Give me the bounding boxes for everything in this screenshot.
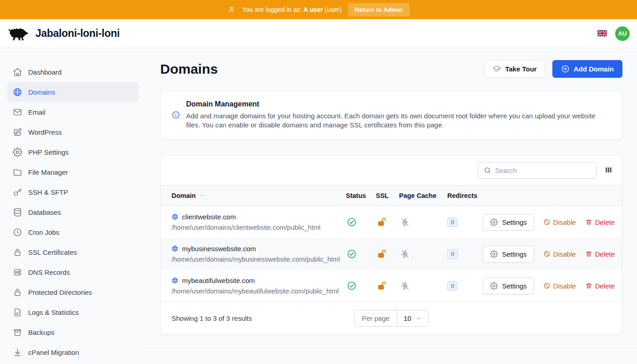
domain-path: /home/user/domains/mybusinesswebsite.com… [172, 256, 346, 263]
sidebar-nav: Dashboard Domains Email WordPress PHP Se… [0, 48, 146, 364]
trash-icon [585, 282, 592, 289]
user-avatar[interactable]: AU [615, 26, 630, 41]
domain-path: /home/user/domains/mybeautifulwebsite.co… [172, 288, 346, 295]
sidebar-item-label: SSL Certificates [28, 248, 77, 256]
redirects-count-badge[interactable]: 0 [447, 249, 458, 259]
database-icon [13, 207, 22, 217]
table-toolbar [161, 156, 622, 185]
globe-icon [172, 213, 178, 220]
sidebar-item-cron-jobs[interactable]: Cron Jobs [7, 222, 138, 242]
sidebar-item-php-settings[interactable]: PHP Settings [7, 142, 138, 162]
search-icon [484, 167, 491, 174]
per-page-label: Per page [354, 310, 397, 326]
sidebar-item-wordpress[interactable]: WordPress [7, 122, 138, 142]
sidebar-item-label: cPanel Migration [28, 349, 79, 356]
archive-icon [13, 328, 22, 337]
sidebar-item-email[interactable]: Email [7, 102, 138, 122]
sidebar-item-file-manager[interactable]: File Manager [7, 162, 138, 182]
sidebar-item-label: Email [28, 108, 46, 116]
redirects-count-badge[interactable]: 0 [447, 217, 458, 227]
add-domain-button[interactable]: Add Domain [552, 60, 622, 78]
per-page-value: 10 [404, 314, 411, 322]
uk-flag-icon[interactable] [597, 30, 607, 37]
table-row: clientwebsite.com /home/user/domains/cli… [161, 206, 622, 238]
domains-table-card: Domain Status SSL Page Cache Redirects c… [160, 155, 622, 335]
sidebar-item-cpanel-migration[interactable]: cPanel Migration [7, 342, 138, 362]
plus-circle-icon [561, 65, 570, 73]
sidebar-item-ssh-sftp[interactable]: SSH & SFTP [7, 182, 138, 202]
gear-icon [13, 147, 22, 157]
sidebar-item-label: SSH & SFTP [28, 188, 68, 196]
chevron-down-icon [415, 315, 422, 322]
home-icon [13, 67, 22, 77]
globe-icon [172, 245, 178, 252]
sidebar-item-label: Dashboard [28, 68, 61, 76]
sidebar-item-label: File Manager [28, 168, 68, 176]
domain-name[interactable]: clientwebsite.com [182, 213, 236, 221]
document-icon [13, 308, 22, 317]
sidebar-item-label: Protected Directories [28, 288, 92, 296]
sidebar-item-domains[interactable]: Domains [7, 82, 138, 102]
take-tour-button[interactable]: Take Tour [484, 60, 545, 78]
person-icon [228, 5, 236, 14]
ssl-unlocked-icon[interactable] [377, 217, 399, 227]
domain-name[interactable]: mybeautifulwebsite.com [182, 277, 255, 284]
gear-icon [490, 282, 498, 290]
redirects-count-badge[interactable]: 0 [447, 281, 458, 291]
disable-icon [543, 282, 551, 289]
disable-button[interactable]: Disable [543, 282, 576, 290]
boar-logo-icon[interactable] [7, 25, 30, 43]
info-box-description: Add and manage domains for your hosting … [186, 111, 611, 130]
settings-button[interactable]: Settings [483, 246, 534, 263]
per-page-select[interactable]: Per page 10 [354, 310, 429, 327]
columns-toggle-button[interactable] [602, 164, 615, 177]
sidebar-item-dashboard[interactable]: Dashboard [7, 62, 138, 82]
banner-message: You are logged in as: A user (user) [242, 6, 341, 13]
sidebar-item-label: Domains [28, 88, 55, 96]
lock-icon [13, 248, 22, 257]
sidebar-item-dns-records[interactable]: DNS Records [7, 262, 138, 282]
sidebar-item-databases[interactable]: Databases [7, 202, 138, 222]
sidebar-item-logs-statistics[interactable]: Logs & Statistics [7, 302, 138, 322]
disable-icon [543, 250, 551, 258]
column-header-page-cache: Page Cache [399, 192, 447, 199]
status-active-icon [347, 281, 376, 291]
delete-button[interactable]: Delete [585, 282, 615, 290]
search-box [478, 162, 597, 179]
page-cache-off-icon [400, 281, 447, 291]
column-header-status: Status [346, 192, 376, 199]
impersonation-banner: You are logged in as: A user (user) Retu… [0, 0, 637, 19]
settings-button[interactable]: Settings [483, 214, 534, 231]
sidebar-item-label: Backups [28, 329, 55, 336]
app-header: Jabaloni-loni-loni AU [0, 19, 637, 48]
ssl-unlocked-icon[interactable] [377, 249, 399, 259]
delete-button[interactable]: Delete [585, 250, 615, 258]
sidebar-item-label: Cron Jobs [28, 228, 59, 236]
page-title: Domains [160, 61, 218, 77]
page-cache-off-icon [400, 217, 447, 228]
domain-path: /home/user/domains/clientwebsite.com/pub… [172, 224, 346, 231]
return-to-admin-button[interactable]: Return to Admin [348, 3, 410, 16]
sidebar-item-label: DNS Records [28, 268, 70, 276]
column-header-domain[interactable]: Domain [161, 192, 346, 199]
search-input[interactable] [495, 167, 591, 174]
table-row: mybusinesswebsite.com /home/user/domains… [161, 238, 622, 270]
domain-name[interactable]: mybusinesswebsite.com [182, 245, 256, 253]
trash-icon [585, 218, 592, 226]
sort-chevron-icon [199, 192, 205, 199]
disable-button[interactable]: Disable [543, 218, 576, 226]
sidebar-item-ssl-certificates[interactable]: SSL Certificates [7, 242, 138, 262]
sidebar-item-label: Logs & Statistics [28, 308, 79, 316]
gear-icon [490, 218, 498, 226]
lock-icon [13, 288, 22, 297]
sidebar-item-backups[interactable]: Backups [7, 322, 138, 342]
info-icon [172, 111, 180, 119]
status-active-icon [347, 249, 376, 259]
sidebar-item-protected-directories[interactable]: Protected Directories [7, 282, 138, 302]
settings-button[interactable]: Settings [483, 278, 534, 294]
disable-button[interactable]: Disable [543, 250, 576, 258]
ssl-unlocked-icon[interactable] [377, 281, 399, 291]
column-header-redirects: Redirects [447, 192, 487, 199]
delete-button[interactable]: Delete [585, 218, 615, 226]
info-box: Domain Management Add and manage domains… [160, 91, 622, 140]
